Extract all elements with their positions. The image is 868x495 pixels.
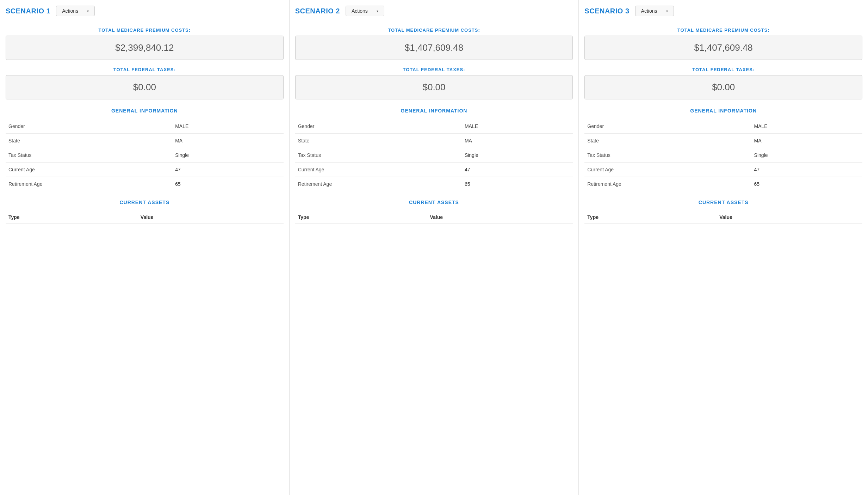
table-row: Current Age47: [6, 163, 284, 177]
actions-button-2[interactable]: Actions▾: [346, 6, 384, 16]
current-assets-header-3: CURRENT ASSETS: [584, 200, 862, 207]
scenario-column-3: SCENARIO 3Actions▾TOTAL MEDICARE PREMIUM…: [579, 0, 868, 495]
table-row: Tax StatusSingle: [295, 148, 573, 163]
info-value: MA: [751, 134, 862, 148]
column-header: Value: [138, 211, 284, 224]
table-row: Current Age47: [584, 163, 862, 177]
info-field: Gender: [6, 119, 172, 134]
info-field: Retirement Age: [295, 177, 462, 191]
chevron-down-icon-2: ▾: [377, 9, 378, 13]
info-field: Gender: [295, 119, 462, 134]
column-header: Value: [427, 211, 573, 224]
info-value: 65: [462, 177, 573, 191]
federal-taxes-label-3: TOTAL FEDERAL TAXES:: [584, 67, 862, 72]
info-value: Single: [172, 148, 283, 163]
info-value: 65: [751, 177, 862, 191]
table-row: StateMA: [6, 134, 284, 148]
medicare-label-2: TOTAL MEDICARE PREMIUM COSTS:: [295, 28, 573, 33]
info-field: Tax Status: [295, 148, 462, 163]
current-assets-table-2: TypeValue: [295, 211, 573, 224]
column-header: Type: [6, 211, 138, 224]
table-row: TypeValue: [584, 211, 862, 224]
table-row: StateMA: [295, 134, 573, 148]
table-row: GenderMALE: [295, 119, 573, 134]
column-header: Type: [295, 211, 427, 224]
table-row: Current Age47: [295, 163, 573, 177]
table-row: Retirement Age65: [295, 177, 573, 191]
column-header: Value: [717, 211, 862, 224]
current-assets-table-3: TypeValue: [584, 211, 862, 224]
actions-label-1: Actions: [62, 8, 78, 14]
scenarios-container: SCENARIO 1Actions▾TOTAL MEDICARE PREMIUM…: [0, 0, 868, 495]
table-row: TypeValue: [6, 211, 284, 224]
actions-button-3[interactable]: Actions▾: [635, 6, 674, 16]
medicare-value-1: $2,399,840.12: [6, 36, 284, 60]
general-info-table-3: GenderMALEStateMATax StatusSingleCurrent…: [584, 119, 862, 191]
actions-label-2: Actions: [352, 8, 368, 14]
federal-taxes-label-1: TOTAL FEDERAL TAXES:: [6, 67, 284, 72]
info-value: MALE: [172, 119, 283, 134]
scenario-title-1: SCENARIO 1: [6, 7, 50, 15]
column-header: Type: [584, 211, 717, 224]
info-value: 65: [172, 177, 283, 191]
medicare-label-3: TOTAL MEDICARE PREMIUM COSTS:: [584, 28, 862, 33]
info-field: Tax Status: [6, 148, 172, 163]
info-field: Retirement Age: [584, 177, 751, 191]
current-assets-table-1: TypeValue: [6, 211, 284, 224]
info-value: MA: [172, 134, 283, 148]
info-value: MALE: [462, 119, 573, 134]
info-field: State: [584, 134, 751, 148]
table-row: GenderMALE: [584, 119, 862, 134]
federal-taxes-label-2: TOTAL FEDERAL TAXES:: [295, 67, 573, 72]
table-row: Tax StatusSingle: [584, 148, 862, 163]
table-row: GenderMALE: [6, 119, 284, 134]
scenario-header-1: SCENARIO 1Actions▾: [6, 6, 284, 16]
general-info-table-2: GenderMALEStateMATax StatusSingleCurrent…: [295, 119, 573, 191]
medicare-value-2: $1,407,609.48: [295, 36, 573, 60]
info-field: State: [6, 134, 172, 148]
scenario-header-3: SCENARIO 3Actions▾: [584, 6, 862, 16]
info-field: Current Age: [584, 163, 751, 177]
general-info-header-2: GENERAL INFORMATION: [295, 108, 573, 115]
table-row: TypeValue: [295, 211, 573, 224]
federal-taxes-value-1: $0.00: [6, 75, 284, 99]
table-row: Retirement Age65: [6, 177, 284, 191]
actions-label-3: Actions: [641, 8, 657, 14]
info-field: Gender: [584, 119, 751, 134]
general-info-header-1: GENERAL INFORMATION: [6, 108, 284, 115]
info-field: Current Age: [295, 163, 462, 177]
medicare-value-3: $1,407,609.48: [584, 36, 862, 60]
table-row: Tax StatusSingle: [6, 148, 284, 163]
info-value: Single: [462, 148, 573, 163]
scenario-header-2: SCENARIO 2Actions▾: [295, 6, 573, 16]
scenario-title-2: SCENARIO 2: [295, 7, 340, 15]
scenario-title-3: SCENARIO 3: [584, 7, 629, 15]
actions-button-1[interactable]: Actions▾: [56, 6, 95, 16]
scenario-column-1: SCENARIO 1Actions▾TOTAL MEDICARE PREMIUM…: [0, 0, 290, 495]
general-info-table-1: GenderMALEStateMATax StatusSingleCurrent…: [6, 119, 284, 191]
current-assets-header-2: CURRENT ASSETS: [295, 200, 573, 207]
info-field: Tax Status: [584, 148, 751, 163]
chevron-down-icon-3: ▾: [666, 9, 668, 13]
info-value: MALE: [751, 119, 862, 134]
table-row: Retirement Age65: [584, 177, 862, 191]
info-value: 47: [172, 163, 283, 177]
info-field: Retirement Age: [6, 177, 172, 191]
table-row: StateMA: [584, 134, 862, 148]
medicare-label-1: TOTAL MEDICARE PREMIUM COSTS:: [6, 28, 284, 33]
info-field: Current Age: [6, 163, 172, 177]
info-value: MA: [462, 134, 573, 148]
federal-taxes-value-2: $0.00: [295, 75, 573, 99]
general-info-header-3: GENERAL INFORMATION: [584, 108, 862, 115]
info-field: State: [295, 134, 462, 148]
info-value: Single: [751, 148, 862, 163]
current-assets-header-1: CURRENT ASSETS: [6, 200, 284, 207]
federal-taxes-value-3: $0.00: [584, 75, 862, 99]
scenario-column-2: SCENARIO 2Actions▾TOTAL MEDICARE PREMIUM…: [290, 0, 579, 495]
info-value: 47: [751, 163, 862, 177]
chevron-down-icon-1: ▾: [87, 9, 89, 13]
info-value: 47: [462, 163, 573, 177]
